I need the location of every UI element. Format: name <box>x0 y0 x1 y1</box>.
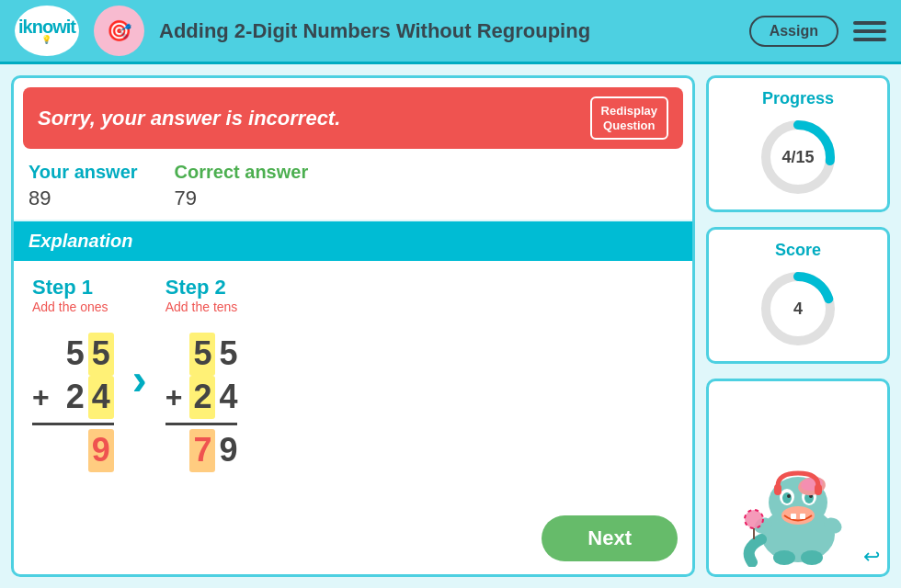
incorrect-message: Sorry, your answer is incorrect. <box>38 107 340 130</box>
your-answer-label: Your answer <box>29 162 138 183</box>
step1-plus: + <box>32 379 50 417</box>
header: iknowit 💡 🎯 Adding 2-Digit Numbers Witho… <box>0 0 901 64</box>
svg-rect-14 <box>800 514 805 519</box>
progress-donut: 4/15 <box>757 116 839 198</box>
main-area: Sorry, your answer is incorrect. Redispl… <box>0 64 901 588</box>
step1-result: 9 <box>88 429 114 472</box>
svg-point-12 <box>781 506 815 525</box>
svg-point-21 <box>745 510 763 528</box>
step2-title: Step 2 <box>165 276 238 300</box>
svg-point-20 <box>801 550 823 565</box>
mascot-area: ↩ <box>706 379 890 577</box>
logo-sub: 💡 <box>41 36 52 44</box>
step1-result-highlight: 9 <box>88 429 114 472</box>
score-label: 4 <box>793 300 803 319</box>
step2-top-highlight: 5 <box>189 333 215 376</box>
answer-comparison: Your answer 89 Correct answer 79 <box>14 149 692 221</box>
step2-line <box>165 423 238 425</box>
step-arrow-icon: › <box>132 354 147 423</box>
menu-icon[interactable] <box>853 15 886 48</box>
redisplay-button[interactable]: RedisplayQuestion <box>590 96 668 140</box>
step2-result-orange: 7 <box>189 429 215 472</box>
step1-sub: Add the ones <box>32 300 114 314</box>
content-area: Sorry, your answer is incorrect. Redispl… <box>11 75 695 577</box>
back-arrow-icon[interactable]: ↩ <box>863 545 880 569</box>
step2-top-row: 5 5 <box>189 333 237 376</box>
steps-area: Step 1 Add the ones 5 5 + 2 4 9 <box>14 261 692 515</box>
svg-point-8 <box>787 494 791 498</box>
logo-badge: 🎯 <box>94 6 144 56</box>
svg-point-7 <box>782 492 792 503</box>
your-answer-value: 89 <box>29 187 51 209</box>
correct-answer-col: Correct answer 79 <box>175 162 309 210</box>
step2-block: Step 2 Add the tens 5 5 + 2 4 7 9 <box>165 276 238 471</box>
step1-bottom-highlight: 4 <box>88 376 114 419</box>
step1-line <box>32 423 114 425</box>
logo: iknowit 💡 <box>15 6 79 56</box>
step2-top-plain: 5 <box>219 333 237 376</box>
svg-point-19 <box>773 550 795 565</box>
step2-bottom-row: + 2 4 <box>165 376 238 419</box>
step1-bottom-row: + 2 4 <box>32 376 114 419</box>
step1-math: 5 5 + 2 4 9 <box>32 333 114 471</box>
next-button[interactable]: Next <box>542 515 678 561</box>
mascot-svg <box>734 447 862 567</box>
step2-result: 7 9 <box>189 429 237 472</box>
progress-label: 4/15 <box>781 148 814 167</box>
step2-math: 5 5 + 2 4 7 9 <box>165 333 238 471</box>
incorrect-banner: Sorry, your answer is incorrect. Redispl… <box>23 87 683 149</box>
step2-result-plain: 9 <box>219 429 237 472</box>
your-answer-col: Your answer 89 <box>29 162 138 210</box>
progress-card: Progress 4/15 <box>706 75 890 212</box>
score-card: Score 4 <box>706 227 890 364</box>
explanation-bar: Explanation <box>14 221 692 261</box>
next-area: Next <box>14 515 692 574</box>
progress-title: Progress <box>762 89 834 108</box>
step1-top-plain: 5 <box>66 333 85 376</box>
svg-rect-24 <box>774 484 781 495</box>
sidebar: Progress 4/15 Score 4 <box>706 75 890 577</box>
assign-button[interactable]: Assign <box>749 16 838 47</box>
step1-bottom-plain: 2 <box>57 376 85 419</box>
correct-answer-label: Correct answer <box>175 162 309 183</box>
svg-rect-25 <box>815 484 822 495</box>
score-title: Score <box>775 241 821 260</box>
step1-top-row: 5 5 <box>66 333 114 376</box>
step2-bottom-plain: 4 <box>219 376 237 419</box>
header-title: Adding 2-Digit Numbers Without Regroupin… <box>159 19 735 43</box>
step1-block: Step 1 Add the ones 5 5 + 2 4 9 <box>32 276 114 471</box>
step2-bottom-highlight: 2 <box>189 376 215 419</box>
explanation-title: Explanation <box>29 231 132 251</box>
step1-top-highlight: 5 <box>88 333 114 376</box>
logo-text: iknowit <box>18 17 75 36</box>
score-donut: 4 <box>757 267 839 350</box>
step2-plus: + <box>165 379 183 417</box>
step2-sub: Add the tens <box>165 300 238 314</box>
step1-title: Step 1 <box>32 276 114 300</box>
correct-answer-value: 79 <box>175 187 197 209</box>
svg-rect-13 <box>791 514 796 519</box>
